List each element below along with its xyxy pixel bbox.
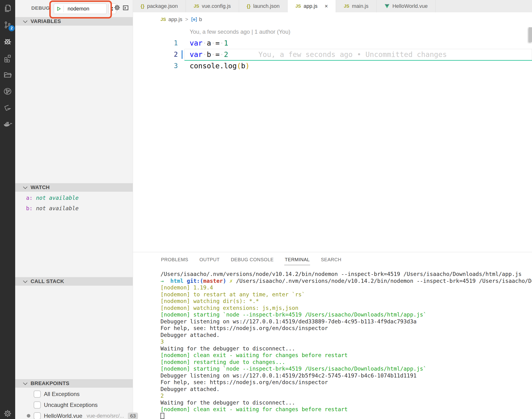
terminal-line: For help, see: https://nodejs.org/en/doc…: [161, 325, 532, 332]
breakpoint-label: Uncaught Exceptions: [44, 402, 98, 408]
js-file-icon: JS: [161, 17, 166, 22]
panel-tab-debug-console[interactable]: DEBUG CONSOLE: [231, 252, 274, 267]
terminal-text: 3: [161, 339, 164, 345]
tab-package-json[interactable]: {}package.json: [133, 0, 186, 12]
debug-sidebar: DEBUG nodemon ▲ ▼ VARIABLES WATCH a:not: [15, 0, 133, 419]
terminal-text: Debugger attached.: [161, 332, 219, 338]
breakpoint-dot-icon: [27, 414, 30, 418]
terminal-text: Waiting for the debugger to disconnect..…: [161, 400, 295, 406]
editor-scrollbar[interactable]: [529, 27, 532, 42]
breadcrumb[interactable]: JS app.js > b: [133, 12, 532, 26]
panel-tab-terminal[interactable]: TERMINAL: [285, 252, 310, 267]
code-area[interactable]: You, a few seconds ago | 1 author (You) …: [133, 26, 532, 252]
breakpoint-checkbox[interactable]: [34, 412, 41, 419]
source-control-icon[interactable]: 2: [0, 17, 15, 33]
terminal-text: [nodemon] to restart at any time, enter …: [161, 291, 305, 298]
tab-vue-config-js[interactable]: JSvue.config.js: [186, 0, 239, 12]
tab-label: HelloWorld.vue: [392, 3, 428, 9]
git-graph-icon[interactable]: [0, 83, 15, 100]
gitlens-icon[interactable]: [0, 100, 15, 116]
breakpoint-item[interactable]: All Exceptions: [15, 389, 133, 400]
code-lines: 1var·a·=·1You, a few seconds ago • Uncom…: [133, 38, 532, 72]
launch-config-dropdown[interactable]: nodemon: [54, 4, 107, 14]
explorer-icon[interactable]: [0, 0, 15, 17]
token-paren: (: [237, 62, 241, 70]
extensions-icon[interactable]: [0, 50, 15, 66]
tab-label: package.json: [147, 3, 178, 9]
breakpoints-list: All ExceptionsUncaught ExceptionsHelloWo…: [15, 389, 133, 419]
watch-item[interactable]: a:not available: [15, 193, 133, 203]
tab-label: launch.json: [253, 3, 279, 9]
call-stack-section-header[interactable]: CALL STACK: [15, 277, 133, 286]
codelens-blame[interactable]: You, a few seconds ago | 1 author (You): [190, 26, 532, 38]
token-id: log: [224, 62, 237, 70]
panel-tab-problems[interactable]: PROBLEMS: [161, 252, 188, 267]
open-console-icon[interactable]: [122, 4, 129, 11]
watch-value: not available: [36, 195, 79, 201]
activity-bar: 2: [0, 0, 15, 419]
terminal-text: Debugger attached.: [161, 386, 219, 392]
terminal-line: [nodemon] clean exit - waiting for chang…: [161, 406, 532, 413]
breadcrumb-symbol[interactable]: b: [199, 16, 202, 23]
code-text: console.log(b): [190, 60, 250, 72]
chevron-down-icon: [23, 278, 27, 283]
code-line[interactable]: 1var·a·=·1: [133, 38, 532, 49]
breakpoints-section-header[interactable]: BREAKPOINTS: [15, 379, 133, 388]
tab-launch-json[interactable]: {}launch.json: [239, 0, 288, 12]
terminal-text: [nodemon] watching extensions: js,mjs,js…: [161, 305, 298, 311]
js-file-icon: JS: [194, 4, 199, 9]
terminal-text: [nodemon] starting `node --inspect-brk=4…: [161, 366, 427, 372]
token-id: b: [241, 62, 245, 70]
chevron-down-icon: [23, 184, 27, 189]
tab-helloworld-vue[interactable]: HelloWorld.vue: [377, 0, 436, 12]
terminal-output[interactable]: /Users/isaacho/.nvm/versions/node/v10.14…: [161, 271, 532, 419]
configure-gear-icon[interactable]: [114, 4, 121, 11]
breakpoint-checkbox[interactable]: [34, 401, 41, 408]
breakpoint-item[interactable]: Uncaught Exceptions: [15, 400, 133, 410]
terminal-line: [nodemon] starting `node --inspect-brk=4…: [161, 365, 532, 372]
token-op: =: [215, 50, 219, 59]
editor-group: {}package.jsonJSvue.config.js{}launch.js…: [133, 0, 532, 252]
tab-label: main.js: [352, 3, 368, 9]
panel-tab-search[interactable]: SEARCH: [321, 252, 341, 267]
bottom-panel: PROBLEMSOUTPUTDEBUG CONSOLETERMINALSEARC…: [133, 252, 532, 419]
token-num: 1: [224, 39, 228, 47]
code-line[interactable]: You, a few seconds ago • Uncommitted cha…: [133, 49, 532, 60]
tab-app-js[interactable]: JSapp.js×: [288, 0, 336, 12]
breakpoint-checkbox[interactable]: [34, 391, 41, 398]
code-line[interactable]: 3console.log(b): [133, 60, 532, 72]
terminal-text: [nodemon] clean exit - waiting for chang…: [161, 352, 348, 358]
terminal-text: git:(: [187, 278, 203, 284]
debug-icon[interactable]: [0, 33, 15, 50]
token-paren: ): [245, 62, 250, 70]
panel-tab-output[interactable]: OUTPUT: [199, 252, 219, 267]
start-debug-icon[interactable]: [56, 6, 62, 12]
stepper-down-icon[interactable]: ▼: [111, 9, 114, 11]
breadcrumb-file[interactable]: app.js: [168, 16, 182, 23]
json-file-icon: {}: [140, 3, 144, 9]
docker-icon[interactable]: [0, 116, 15, 133]
watch-item[interactable]: b:not available: [15, 203, 133, 213]
token-kw: var: [190, 50, 203, 59]
breakpoint-item[interactable]: HelloWorld.vuevue-demo/src/...63: [15, 410, 133, 419]
text-cursor: [182, 50, 183, 59]
variable-symbol-icon: [191, 17, 197, 22]
tab-main-js[interactable]: JSmain.js: [336, 0, 377, 12]
watch-section-header[interactable]: WATCH: [15, 183, 133, 192]
variables-section-header[interactable]: VARIABLES: [15, 17, 133, 26]
token-ws: ·: [219, 39, 224, 47]
terminal-line: → html git:(master) ✗ /Users/isaacho/.nv…: [161, 278, 532, 285]
line-number: 2: [133, 49, 178, 60]
token-num: 2: [224, 50, 228, 59]
close-icon[interactable]: ×: [325, 3, 328, 10]
launch-config-name[interactable]: nodemon: [68, 6, 89, 12]
folder-icon[interactable]: [0, 66, 15, 83]
chevron-down-icon: [23, 18, 27, 23]
terminal-line: [nodemon] starting `node --inspect-brk=4…: [161, 311, 532, 318]
terminal-line: Waiting for the debugger to disconnect..…: [161, 345, 532, 352]
terminal-line: Waiting for the debugger to disconnect..…: [161, 399, 532, 406]
js-file-icon: JS: [344, 4, 349, 9]
terminal-line: [nodemon] restarting due to changes...: [161, 359, 532, 366]
token-op: =: [215, 39, 219, 47]
settings-gear-icon[interactable]: [0, 405, 15, 419]
